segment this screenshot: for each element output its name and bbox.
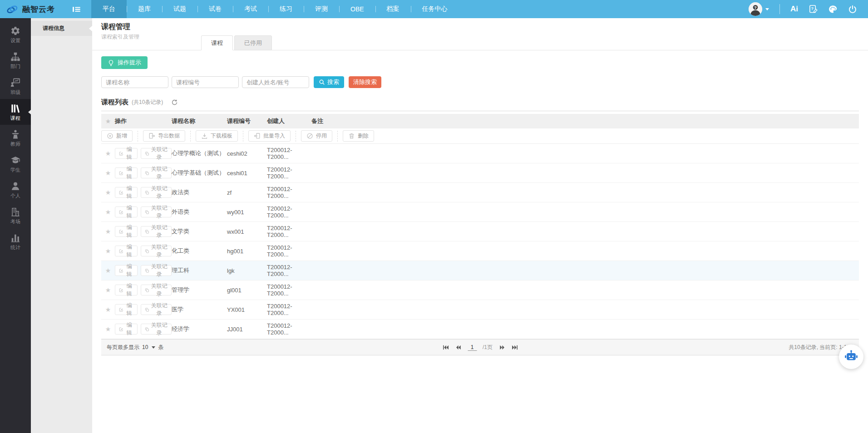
creator-input[interactable] [242, 76, 309, 88]
sidebar-item-courses[interactable]: 课程 [0, 99, 31, 125]
relation-records-button[interactable]: 关联记录 [141, 207, 172, 217]
topnav-item[interactable]: 档案 [375, 0, 411, 18]
last-page-button[interactable] [511, 344, 518, 350]
help-feedback-icon[interactable]: ? [809, 5, 818, 14]
relation-button-label: 关联记录 [151, 185, 168, 200]
export-data-button[interactable]: 导出数据 [143, 130, 185, 142]
table-row[interactable]: ★ 编辑 关联记录 心理学基础（测试） cesh [101, 163, 859, 183]
edit-button[interactable]: 编辑 [115, 285, 138, 295]
relation-records-button[interactable]: 关联记录 [141, 265, 172, 276]
star-icon[interactable]: ★ [101, 228, 115, 235]
sidebar-item-exam-rooms[interactable]: 考场 [0, 202, 31, 228]
table-row[interactable]: ★ 编辑 关联记录 管理学 gl001 [101, 280, 859, 300]
relation-records-button[interactable]: 关联记录 [141, 324, 172, 335]
search-button[interactable]: 搜索 [314, 76, 344, 88]
relation-records-button[interactable]: 关联记录 [141, 304, 172, 315]
course-creator: T200012-T2000... [267, 303, 311, 316]
collapse-menu-icon[interactable] [73, 0, 80, 18]
relation-records-button[interactable]: 关联记录 [141, 187, 172, 198]
user-menu[interactable]: ? [749, 2, 769, 16]
star-icon: ★ [101, 118, 115, 125]
palette-icon[interactable] [828, 5, 838, 14]
subsidebar-item-course-info[interactable]: 课程信息 [31, 21, 92, 36]
table-row[interactable]: ★ 编辑 关联记录 医学 YX001 [101, 300, 859, 320]
relation-records-button[interactable]: 关联记录 [141, 285, 172, 295]
tips-button[interactable]: 操作提示 [101, 56, 148, 69]
ai-icon[interactable]: Ai [790, 5, 798, 14]
star-icon[interactable]: ★ [101, 169, 115, 177]
edit-button[interactable]: 编辑 [115, 246, 138, 256]
topnav-item[interactable]: 平台 [91, 0, 127, 18]
topnav-item[interactable]: 试卷 [197, 0, 233, 18]
star-icon[interactable]: ★ [101, 189, 115, 196]
sidebar-item-students[interactable]: 学生 [0, 151, 31, 177]
topnav-item[interactable]: OBE [339, 0, 375, 18]
topnav-item[interactable]: 任务中心 [411, 0, 459, 18]
add-button[interactable]: 新增 [101, 130, 133, 142]
download-template-button[interactable]: 下载模板 [196, 130, 238, 142]
tab[interactable]: 已停用 [234, 35, 272, 50]
table-row[interactable]: ★ 编辑 关联记录 理工科 lgk [101, 261, 859, 280]
table-row[interactable]: ★ 编辑 关联记录 政法类 zf [101, 183, 859, 202]
edit-button[interactable]: 编辑 [115, 304, 138, 315]
edit-button[interactable]: 编辑 [115, 265, 138, 276]
relation-button-label: 关联记录 [151, 243, 168, 259]
star-icon[interactable]: ★ [101, 325, 115, 333]
star-icon[interactable]: ★ [101, 306, 115, 313]
first-page-button[interactable] [442, 344, 449, 350]
edit-button-label: 编辑 [125, 224, 133, 239]
table-row[interactable]: ★ 编辑 关联记录 外语类 wy001 [101, 202, 859, 222]
prev-page-button[interactable] [455, 344, 462, 350]
sidebar-item-classes[interactable]: 班级 [0, 73, 31, 99]
table-row[interactable]: ★ 编辑 关联记录 经济学 JJ001 [101, 320, 859, 339]
edit-button[interactable]: 编辑 [115, 187, 138, 198]
page-title: 课程管理 [101, 22, 859, 32]
star-icon[interactable]: ★ [101, 208, 115, 216]
sidebar-item-personal[interactable]: 个人 [0, 177, 31, 202]
clear-search-button[interactable]: 清除搜索 [349, 76, 381, 88]
sidebar-item-departments[interactable]: 部门 [0, 47, 31, 73]
topnav-item[interactable]: 题库 [127, 0, 162, 18]
star-icon[interactable]: ★ [101, 286, 115, 294]
course-code-input[interactable] [172, 76, 239, 88]
table-toolbar: 新增 导出数据 下载模板 批量导入 [101, 128, 859, 144]
edit-button[interactable]: 编辑 [115, 226, 138, 237]
course-name-input[interactable] [101, 76, 168, 88]
assistant-robot-button[interactable] [839, 344, 863, 369]
topnav-item[interactable]: 试题 [162, 0, 197, 18]
sidebar-item-teachers[interactable]: 教师 [0, 125, 31, 151]
relation-button-label: 关联记录 [151, 263, 168, 278]
avatar[interactable]: ? [749, 2, 762, 16]
tab[interactable]: 课程 [201, 35, 233, 50]
list-title: 课程列表 [101, 98, 128, 107]
edit-button[interactable]: 编辑 [115, 148, 138, 159]
sidebar-item-settings[interactable]: 设置 [0, 21, 31, 47]
current-page-input[interactable]: 1 [468, 344, 477, 351]
table-row[interactable]: ★ 编辑 关联记录 文学类 wx001 [101, 222, 859, 241]
star-icon[interactable]: ★ [101, 247, 115, 255]
relation-records-button[interactable]: 关联记录 [141, 246, 172, 256]
table-row[interactable]: ★ 编辑 关联记录 化工类 hg001 [101, 241, 859, 261]
disable-button[interactable]: 停用 [301, 130, 332, 142]
edit-button[interactable]: 编辑 [115, 167, 138, 178]
refresh-icon[interactable] [171, 99, 178, 106]
sidebar-item-statistics[interactable]: 统计 [0, 228, 31, 254]
page-size-select[interactable]: 10 [142, 344, 155, 350]
batch-import-button[interactable]: 批量导入 [248, 130, 291, 142]
edit-button[interactable]: 编辑 [115, 207, 138, 217]
delete-button[interactable]: 删除 [343, 130, 374, 142]
relation-records-button[interactable]: 关联记录 [141, 226, 172, 237]
edit-button-label: 编辑 [125, 165, 133, 181]
topnav-item[interactable]: 评测 [304, 0, 339, 18]
star-icon[interactable]: ★ [101, 150, 115, 157]
topnav-item[interactable]: 练习 [268, 0, 304, 18]
edit-button[interactable]: 编辑 [115, 324, 138, 335]
table-row[interactable]: ★ 编辑 关联记录 心理学概论（测试） cesh [101, 144, 859, 163]
relation-records-button[interactable]: 关联记录 [141, 148, 172, 159]
relation-records-button[interactable]: 关联记录 [141, 167, 172, 178]
search-bar: 搜索 清除搜索 [101, 76, 859, 88]
next-page-button[interactable] [498, 344, 505, 350]
topnav-item[interactable]: 考试 [233, 0, 268, 18]
star-icon[interactable]: ★ [101, 267, 115, 274]
power-icon[interactable] [848, 5, 857, 14]
